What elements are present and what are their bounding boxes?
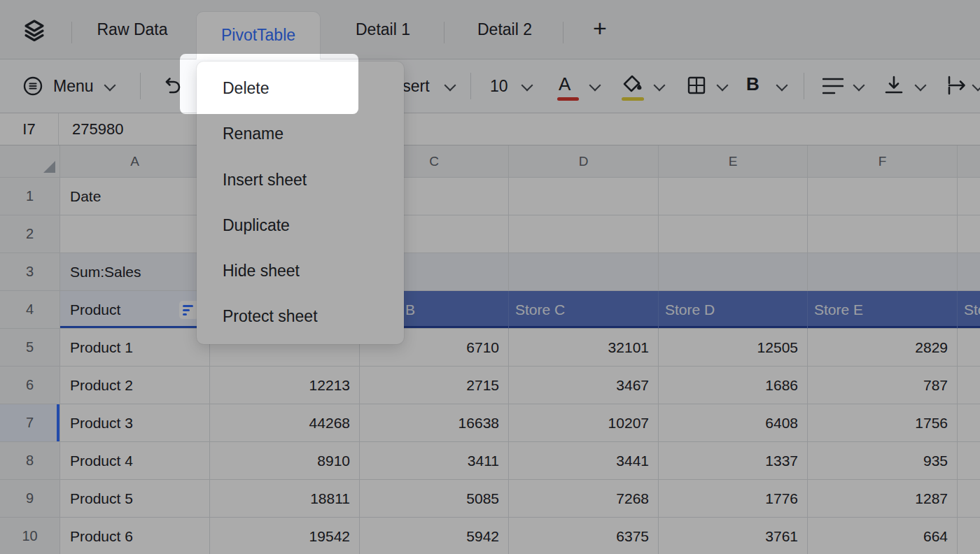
cell-E10[interactable]: 3761 bbox=[659, 518, 808, 554]
cell-F2[interactable] bbox=[808, 215, 958, 253]
tab-detail-2[interactable]: Detail 2 bbox=[470, 0, 539, 59]
cell-E3[interactable] bbox=[659, 253, 808, 291]
cell-G4[interactable]: Store F bbox=[958, 291, 980, 329]
cell-G1[interactable] bbox=[958, 178, 980, 215]
row-header-9[interactable]: 9 bbox=[0, 480, 60, 518]
cell-E7[interactable]: 6408 bbox=[659, 404, 808, 442]
cell-E6[interactable]: 1686 bbox=[659, 367, 808, 404]
cell-F8[interactable]: 935 bbox=[808, 442, 958, 480]
row-header-2[interactable]: 2 bbox=[0, 215, 60, 253]
cell-A9[interactable]: Product 5 bbox=[60, 480, 210, 518]
cell-G6[interactable] bbox=[958, 367, 980, 404]
cell-C10[interactable]: 5942 bbox=[360, 518, 509, 554]
cell-D1[interactable] bbox=[509, 178, 659, 215]
cell-D6[interactable]: 3467 bbox=[509, 367, 659, 404]
cell-B7[interactable]: 44268 bbox=[210, 404, 360, 442]
row-header-6[interactable]: 6 bbox=[0, 367, 60, 404]
sheets-stack-icon[interactable] bbox=[21, 17, 48, 44]
row-header-3[interactable]: 3 bbox=[0, 253, 60, 291]
menu-item-protect-sheet[interactable]: Protect sheet bbox=[197, 294, 404, 339]
cell-D4[interactable]: Store C bbox=[509, 291, 659, 329]
bold-icon[interactable]: B bbox=[746, 59, 760, 108]
cell-A7[interactable]: Product 3 bbox=[60, 404, 210, 442]
cell-C8[interactable]: 3411 bbox=[360, 442, 509, 480]
cell-E4[interactable]: Store D bbox=[659, 291, 808, 329]
cell-F10[interactable]: 664 bbox=[808, 518, 958, 554]
fill-color-icon[interactable] bbox=[622, 74, 645, 95]
cell-E9[interactable]: 1776 bbox=[659, 480, 808, 518]
cell-G3[interactable] bbox=[958, 253, 980, 291]
cell-D8[interactable]: 3441 bbox=[509, 442, 659, 480]
row-header-10[interactable]: 10 bbox=[0, 518, 60, 554]
menu-item-delete[interactable]: Delete bbox=[197, 66, 404, 111]
text-overflow-icon[interactable] bbox=[946, 76, 968, 95]
cell-E1[interactable] bbox=[659, 178, 808, 215]
horizontal-align-icon[interactable] bbox=[822, 77, 844, 95]
cell-G9[interactable] bbox=[958, 480, 980, 518]
cell-C6[interactable]: 2715 bbox=[360, 367, 509, 404]
cell-F7[interactable]: 1756 bbox=[808, 404, 958, 442]
cell-D3[interactable] bbox=[509, 253, 659, 291]
tab-detail-1[interactable]: Detail 1 bbox=[348, 0, 418, 59]
cell-G2[interactable] bbox=[958, 215, 980, 253]
cell-A2[interactable] bbox=[60, 215, 210, 253]
select-all-corner[interactable] bbox=[0, 145, 60, 178]
cell-A8[interactable]: Product 4 bbox=[60, 442, 210, 480]
cell-E8[interactable]: 1337 bbox=[659, 442, 808, 480]
cell-G7[interactable] bbox=[958, 404, 980, 442]
font-size-dropdown[interactable]: 10 bbox=[490, 59, 508, 113]
cell-G10[interactable] bbox=[958, 518, 980, 554]
cell-F6[interactable]: 787 bbox=[808, 367, 958, 404]
cell-B9[interactable]: 18811 bbox=[210, 480, 360, 518]
column-header-G[interactable]: G bbox=[958, 145, 980, 178]
vertical-align-icon[interactable] bbox=[884, 76, 904, 95]
add-sheet-button[interactable]: + bbox=[588, 0, 612, 59]
cell-A6[interactable]: Product 2 bbox=[60, 367, 210, 404]
menu-item-duplicate[interactable]: Duplicate bbox=[197, 203, 404, 248]
column-header-D[interactable]: D bbox=[509, 145, 659, 178]
cell-F5[interactable]: 2829 bbox=[808, 329, 958, 367]
cell-F4[interactable]: Store E bbox=[808, 291, 958, 329]
cell-B8[interactable]: 8910 bbox=[210, 442, 360, 480]
cell-C9[interactable]: 5085 bbox=[360, 480, 509, 518]
menu-item-insert-sheet[interactable]: Insert sheet bbox=[197, 157, 404, 203]
menu-button[interactable]: Menu bbox=[53, 59, 94, 113]
row-header-1[interactable]: 1 bbox=[0, 178, 60, 215]
column-header-F[interactable]: F bbox=[808, 145, 958, 178]
cell-G5[interactable] bbox=[958, 329, 980, 367]
cell-D9[interactable]: 7268 bbox=[509, 480, 659, 518]
cell-A5[interactable]: Product 1 bbox=[60, 329, 210, 367]
cell-D10[interactable]: 6375 bbox=[509, 518, 659, 554]
formula-input[interactable]: 275980 bbox=[72, 113, 123, 145]
row-header-7[interactable]: 7 bbox=[0, 404, 60, 442]
cell-A4[interactable]: Product bbox=[60, 291, 210, 329]
cell-D2[interactable] bbox=[509, 215, 659, 253]
tab-raw-data[interactable]: Raw Data bbox=[90, 0, 175, 59]
row-header-5[interactable]: 5 bbox=[0, 329, 60, 367]
cell-A3[interactable]: Sum:Sales bbox=[60, 253, 210, 291]
row-header-8[interactable]: 8 bbox=[0, 442, 60, 480]
tab-pivottable[interactable]: PivotTable bbox=[196, 11, 321, 59]
name-box[interactable]: I7 bbox=[0, 113, 59, 145]
cell-F1[interactable] bbox=[808, 178, 958, 215]
cell-F9[interactable]: 1287 bbox=[808, 480, 958, 518]
cell-E5[interactable]: 12505 bbox=[659, 329, 808, 367]
column-header-E[interactable]: E bbox=[659, 145, 808, 178]
column-header-A[interactable]: A bbox=[60, 145, 210, 178]
cell-B6[interactable]: 12213 bbox=[210, 367, 360, 404]
cell-B10[interactable]: 19542 bbox=[210, 518, 360, 554]
cell-E2[interactable] bbox=[659, 215, 808, 253]
cell-G8[interactable] bbox=[958, 442, 980, 480]
filter-icon[interactable] bbox=[179, 301, 199, 319]
cell-C7[interactable]: 16638 bbox=[360, 404, 509, 442]
menu-item-rename[interactable]: Rename bbox=[197, 111, 404, 157]
row-header-4[interactable]: 4 bbox=[0, 291, 60, 329]
cell-D5[interactable]: 32101 bbox=[509, 329, 659, 367]
cell-F3[interactable] bbox=[808, 253, 958, 291]
cell-A10[interactable]: Product 6 bbox=[60, 518, 210, 554]
menu-item-hide-sheet[interactable]: Hide sheet bbox=[197, 248, 404, 294]
borders-icon[interactable] bbox=[687, 76, 706, 95]
text-color-icon[interactable]: A bbox=[559, 59, 570, 108]
undo-icon[interactable] bbox=[162, 76, 181, 95]
cell-D7[interactable]: 10207 bbox=[509, 404, 659, 442]
